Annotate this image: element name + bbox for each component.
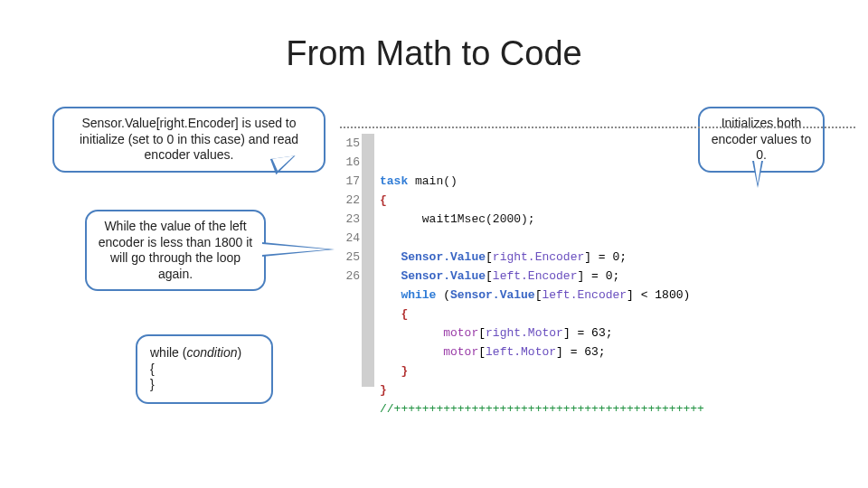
code-rest: ] = 0; — [577, 269, 619, 283]
indent — [380, 307, 401, 321]
line-number: 25 — [340, 248, 360, 267]
encoder-name: left.Encoder — [542, 288, 627, 302]
indent — [380, 250, 401, 264]
line-number: 24 — [340, 229, 360, 248]
fn-wait: wait1Msec — [422, 212, 486, 226]
parens: () — [443, 174, 458, 188]
paren-open: ( — [436, 288, 450, 302]
line-number: 26 — [340, 267, 360, 286]
while-close-paren: ) — [238, 345, 242, 360]
keyword-task: task — [380, 174, 408, 188]
line-number: 16 — [340, 153, 360, 172]
keyword-while: while — [401, 288, 436, 302]
sensor-value: Sensor.Value — [401, 250, 486, 264]
syntax-brace-close: } — [150, 377, 259, 393]
syntax-line: while (condition) — [150, 345, 259, 361]
indent — [380, 212, 422, 226]
brace-close: } — [401, 364, 408, 378]
brace-close: } — [380, 383, 387, 397]
bracket: [ — [478, 345, 486, 359]
indent — [380, 269, 401, 283]
motor: motor — [443, 326, 478, 340]
code-rest: ] < 1800) — [627, 288, 690, 302]
indent — [380, 364, 401, 378]
callout-tail-fill — [262, 244, 329, 255]
code-block: task main() { wait1Msec(2000); Sensor.Va… — [380, 134, 704, 437]
while-keyword: while ( — [150, 345, 186, 360]
dotted-divider — [340, 127, 855, 128]
bracket: [ — [486, 269, 493, 283]
line-number: 22 — [340, 191, 360, 210]
fn-arg: (2000); — [486, 212, 535, 226]
indent — [380, 345, 443, 359]
sensor-value: Sensor.Value — [450, 288, 535, 302]
brace-open: { — [401, 307, 408, 321]
brace-open: { — [380, 193, 387, 207]
code-rest: ] = 0; — [584, 250, 627, 264]
code-region: 15 16 17 22 23 24 25 26 task main() { wa… — [340, 127, 864, 425]
line-number: 17 — [340, 172, 360, 191]
bracket: [ — [478, 326, 486, 340]
callout-while-loop-explain: While the value of the left encoder is l… — [85, 210, 266, 291]
motor: motor — [443, 345, 478, 359]
page-title: From Math to Code — [0, 34, 868, 73]
indent — [380, 326, 443, 340]
bracket: [ — [486, 250, 493, 264]
comment-line: //++++++++++++++++++++++++++++++++++++++… — [380, 402, 704, 416]
code-rest: ] = 63; — [563, 326, 613, 340]
line-number-gutter: 15 16 17 22 23 24 25 26 — [340, 134, 360, 286]
code-rest: ] = 63; — [556, 345, 606, 359]
while-condition: condition — [186, 345, 237, 360]
syntax-brace-open: { — [150, 361, 259, 378]
encoder-name: left.Encoder — [493, 269, 578, 283]
motor-name: left.Motor — [486, 345, 556, 359]
callout-while-syntax: while (condition) { } — [136, 334, 273, 404]
motor-name: right.Motor — [486, 326, 563, 340]
sensor-value: Sensor.Value — [401, 269, 486, 283]
line-number: 15 — [340, 134, 360, 153]
fn-main: main — [408, 174, 443, 188]
gutter-shade — [362, 134, 374, 387]
line-number: 23 — [340, 210, 360, 229]
indent — [380, 288, 401, 302]
encoder-name: right.Encoder — [493, 250, 584, 264]
